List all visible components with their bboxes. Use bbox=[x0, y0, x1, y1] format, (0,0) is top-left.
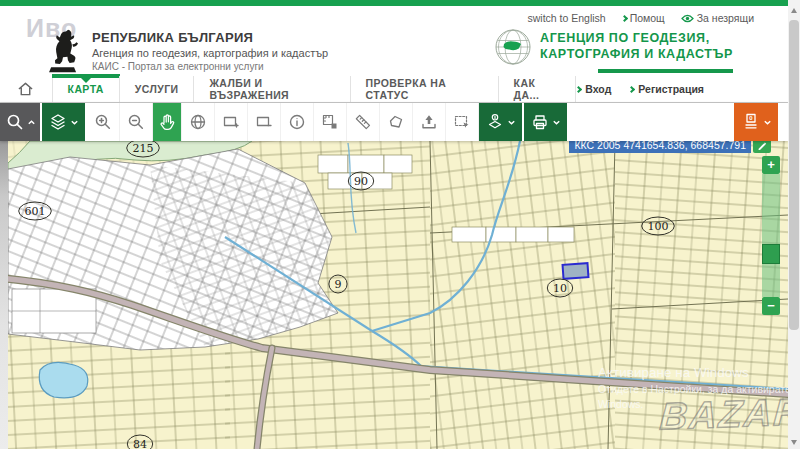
agency-logo-line1: АГЕНЦИЯ ПО ГЕОДЕЗИЯ, bbox=[540, 31, 733, 47]
map-viewport[interactable]: 2156019091001084 ККС 2005 4741654.836, 6… bbox=[0, 141, 800, 449]
utility-links: switch to English Помощ За незрящи bbox=[527, 12, 754, 24]
coordinates-readout: ККС 2005 4741654.836, 668457.791 bbox=[569, 141, 751, 153]
info-icon bbox=[287, 112, 307, 132]
site-header: Иво РЕПУБЛИКА БЪЛГАРИЯ Агенция по геодез… bbox=[0, 6, 788, 76]
select-region-icon bbox=[452, 112, 472, 132]
svg-text:10: 10 bbox=[553, 282, 567, 295]
svg-text:601: 601 bbox=[25, 205, 46, 218]
globe-icon bbox=[188, 112, 208, 132]
republic-title: РЕПУБЛИКА БЪЛГАРИЯ bbox=[92, 30, 328, 45]
print-icon bbox=[530, 112, 550, 132]
tab-uslugi[interactable]: УСЛУГИ bbox=[119, 76, 194, 102]
measure-distance-icon bbox=[353, 112, 373, 132]
zoom-control: + − bbox=[762, 156, 780, 315]
identify-layers-button[interactable] bbox=[479, 103, 524, 141]
chevron-right-icon bbox=[628, 85, 635, 92]
chevron-down-icon bbox=[552, 118, 561, 127]
portal-subtitle: КАИС - Портал за електронни услуги bbox=[92, 61, 328, 72]
layers-icon bbox=[48, 112, 68, 132]
tab-label: УСЛУГИ bbox=[135, 83, 179, 95]
agency-subtitle: Агенция по геодезия, картография и кадас… bbox=[92, 47, 328, 59]
print-button[interactable] bbox=[524, 103, 569, 141]
globe-logo-icon bbox=[494, 28, 532, 66]
previous-extent-button[interactable] bbox=[248, 103, 281, 141]
browser-scrollbar[interactable] bbox=[788, 0, 800, 449]
orders-button[interactable]: 0 bbox=[734, 103, 778, 141]
tab-label: КАК ДА... bbox=[514, 77, 561, 101]
svg-text:9: 9 bbox=[335, 278, 342, 291]
layers-button[interactable] bbox=[42, 103, 87, 141]
tab-label: ЖАЛБИ И ВЪЗРАЖЕНИЯ bbox=[209, 77, 334, 101]
orders-badge: 0 bbox=[749, 115, 753, 121]
pan-hand-icon bbox=[157, 112, 177, 132]
zoom-out-button[interactable] bbox=[120, 103, 153, 141]
main-nav: КАРТАУСЛУГИЖАЛБИ И ВЪЗРАЖЕНИЯПРОВЕРКА НА… bbox=[0, 76, 788, 103]
accessibility-link[interactable]: За незрящи bbox=[681, 12, 754, 24]
zoom-slider-track[interactable] bbox=[762, 174, 780, 297]
tab-proverka-na-status[interactable]: ПРОВЕРКА НА СТАТУС bbox=[350, 76, 498, 102]
coordinates-settings-button[interactable] bbox=[753, 141, 771, 153]
draw-polygon-icon bbox=[386, 112, 406, 132]
map-toolbar: 0 bbox=[0, 103, 788, 141]
search-icon bbox=[5, 112, 25, 132]
zoom-out-button[interactable]: − bbox=[762, 297, 780, 315]
svg-text:100: 100 bbox=[648, 220, 669, 233]
previous-extent-icon bbox=[254, 112, 274, 132]
tab-karta[interactable]: КАРТА bbox=[52, 76, 119, 102]
home-tab[interactable] bbox=[0, 76, 52, 102]
svg-text:90: 90 bbox=[354, 175, 368, 188]
zoom-in-button[interactable] bbox=[87, 103, 120, 141]
pond bbox=[39, 362, 87, 397]
zoom-out-icon bbox=[126, 112, 146, 132]
info-button[interactable] bbox=[281, 103, 314, 141]
kais-portal-page: Иво РЕПУБЛИКА БЪЛГАРИЯ Агенция по геодез… bbox=[0, 0, 800, 449]
select-region-button[interactable] bbox=[446, 103, 479, 141]
draw-polygon-button[interactable] bbox=[380, 103, 413, 141]
eye-icon bbox=[681, 14, 694, 23]
chevron-down-icon bbox=[507, 118, 516, 127]
zoom-slider-handle[interactable] bbox=[762, 244, 780, 264]
switch-language-link[interactable]: switch to English bbox=[527, 12, 605, 24]
zoom-in-icon bbox=[93, 112, 113, 132]
coat-of-arms-logo bbox=[46, 28, 80, 78]
scrollbar-thumb[interactable] bbox=[789, 20, 799, 330]
login-link[interactable]: Вход bbox=[576, 83, 611, 95]
chevron-right-icon bbox=[621, 14, 628, 21]
svg-text:215: 215 bbox=[133, 142, 154, 155]
register-link[interactable]: Регистрация bbox=[629, 83, 704, 95]
measure-area-button[interactable] bbox=[314, 103, 347, 141]
nav-tabs: КАРТАУСЛУГИЖАЛБИ И ВЪЗРАЖЕНИЯПРОВЕРКА НА… bbox=[52, 76, 577, 102]
scrollbar-down-arrow[interactable] bbox=[788, 436, 800, 449]
measure-area-icon bbox=[320, 112, 340, 132]
coordinates-bar: ККС 2005 4741654.836, 668457.791 bbox=[569, 141, 771, 153]
logo-underline bbox=[598, 69, 733, 73]
pencil-icon bbox=[757, 141, 767, 150]
tab-zhalbi-i-vazrazheniya[interactable]: ЖАЛБИ И ВЪЗРАЖЕНИЯ bbox=[193, 76, 349, 102]
search-button[interactable] bbox=[0, 103, 42, 141]
svg-text:84: 84 bbox=[133, 438, 147, 449]
identify-layers-icon bbox=[485, 112, 505, 132]
scrollbar-up-arrow[interactable] bbox=[788, 4, 800, 17]
top-green-strip bbox=[0, 0, 788, 6]
auth-links: Вход Регистрация bbox=[576, 76, 788, 102]
export-button[interactable] bbox=[413, 103, 446, 141]
chevron-down-icon bbox=[70, 118, 79, 127]
zoom-extent-button[interactable] bbox=[215, 103, 248, 141]
measure-distance-button[interactable] bbox=[347, 103, 380, 141]
tab-kak-da[interactable]: КАК ДА... bbox=[498, 76, 577, 102]
home-icon bbox=[17, 81, 34, 97]
selected-parcel[interactable] bbox=[563, 263, 589, 279]
orders-icon: 0 bbox=[741, 112, 761, 132]
help-link[interactable]: Помощ bbox=[622, 12, 665, 24]
tab-label: ПРОВЕРКА НА СТАТУС bbox=[366, 77, 483, 101]
export-icon bbox=[419, 112, 439, 132]
chevron-down-icon bbox=[763, 118, 772, 127]
agency-logo: АГЕНЦИЯ ПО ГЕОДЕЗИЯ, КАРТОГРАФИЯ И КАДАС… bbox=[494, 28, 733, 66]
tab-label: КАРТА bbox=[68, 83, 104, 95]
chevron-up-icon bbox=[27, 118, 36, 127]
pan-hand-button[interactable] bbox=[153, 103, 182, 141]
collapsed-panel-strip[interactable] bbox=[0, 141, 8, 449]
zoom-extent-icon bbox=[221, 112, 241, 132]
globe-button[interactable] bbox=[182, 103, 215, 141]
zoom-in-button[interactable]: + bbox=[762, 156, 780, 174]
